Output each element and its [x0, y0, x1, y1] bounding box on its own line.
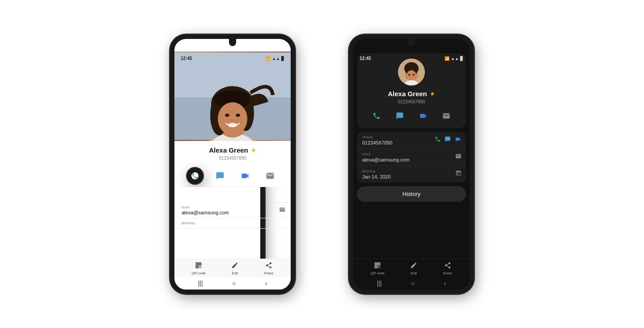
star-icon-dark: ★ — [430, 90, 435, 97]
wifi-icon-light: 📶 — [266, 56, 271, 61]
qrcode-button-dark[interactable]: QR code — [371, 262, 385, 275]
qrcode-label-dark: QR code — [371, 271, 385, 275]
svg-rect-41 — [376, 266, 377, 268]
edit-icon-dark — [410, 262, 417, 270]
share-button-light[interactable]: Share — [264, 262, 273, 275]
notch-dark — [408, 39, 415, 46]
share-icon-dark — [444, 262, 451, 270]
message-button-light[interactable] — [212, 168, 228, 184]
dark-detail-birthday: Birthday Jan 14, 2020 — [357, 166, 466, 183]
dark-contact-name: Alexa Green — [388, 90, 427, 98]
svg-rect-24 — [200, 267, 201, 268]
contact-name-light: Alexa Green — [209, 146, 248, 154]
nav-buttons-dark: ||| ○ ‹ — [353, 277, 470, 290]
dark-work-value: alexa@samsung.com — [362, 157, 461, 162]
back-icon[interactable]: ‹ — [179, 66, 188, 75]
dark-mobile-video-icon[interactable] — [454, 136, 462, 144]
dark-mobile-icons — [435, 136, 462, 144]
dark-detail-work: Work alexa@samsung.com — [357, 149, 466, 166]
dark-message-button[interactable] — [393, 109, 407, 123]
action-buttons-light — [174, 164, 291, 187]
home-nav-dark[interactable]: ○ — [411, 280, 415, 287]
more-icon[interactable]: ⋮ — [277, 66, 286, 75]
dark-video-button[interactable] — [416, 109, 430, 123]
back-nav-dark[interactable]: ‹ — [444, 280, 446, 287]
dark-email-button[interactable] — [439, 109, 453, 123]
dark-calendar-icon[interactable] — [455, 170, 462, 178]
menu-nav-light[interactable]: ||| — [198, 280, 203, 287]
svg-rect-43 — [379, 265, 380, 266]
detail-row-work-light: Work alexa@samsung.com — [174, 203, 291, 218]
share-icon-light — [265, 262, 272, 270]
nav-buttons-light: ||| ○ ‹ — [174, 277, 291, 290]
edit-label-dark: Edit — [411, 271, 417, 275]
contact-info-light: Alexa Green ★ 01234567890 — [174, 141, 291, 164]
svg-rect-44 — [378, 267, 379, 268]
battery-icon-dark: ▊ — [460, 56, 463, 61]
qrcode-label-light: QR code — [192, 271, 206, 275]
edit-label-light: Edit — [232, 271, 238, 275]
svg-rect-16 — [197, 263, 198, 264]
qrcode-icon-light — [195, 262, 202, 270]
dark-mobile-call-icon[interactable] — [435, 136, 441, 144]
edit-button-light[interactable]: Edit — [231, 262, 238, 275]
svg-rect-23 — [199, 267, 200, 268]
work-value-light: alexa@samsung.com — [182, 210, 284, 215]
phone-light: 12:45 📶 ▲▲ ▊ ‹ ⋮ — [170, 34, 295, 294]
call-button-light[interactable] — [187, 168, 203, 184]
svg-rect-37 — [376, 263, 377, 264]
share-label-dark: Share — [443, 271, 452, 275]
dark-mobile-msg-icon[interactable] — [445, 136, 451, 144]
status-icons-light: 📶 ▲▲ ▊ — [266, 56, 284, 61]
work-label-light: Work — [182, 205, 284, 209]
svg-point-14 — [231, 119, 234, 122]
svg-point-13 — [228, 123, 237, 127]
status-time-dark: 12:45 — [360, 56, 371, 61]
wifi-icon-dark: 📶 — [445, 56, 449, 61]
svg-point-32 — [413, 74, 415, 75]
svg-rect-45 — [379, 267, 380, 268]
status-bar-light: 12:45 📶 ▲▲ ▊ — [174, 51, 291, 64]
battery-icon-light: ▊ — [281, 56, 284, 61]
video-button-light[interactable] — [237, 168, 253, 184]
work-action-icons-light — [279, 206, 285, 214]
dark-birthday-icons — [455, 170, 462, 178]
svg-point-11 — [225, 114, 229, 117]
svg-point-10 — [218, 102, 247, 135]
dark-birthday-value: Jan 14, 2020 — [362, 174, 461, 179]
status-icons-dark: 📶 ▲▲ ▊ — [445, 56, 463, 61]
share-label-light: Share — [264, 271, 273, 275]
contact-number-light: 01234567890 — [219, 156, 246, 161]
dark-details-section: Mobile 01234567890 — [357, 132, 466, 183]
email-button-light[interactable] — [262, 168, 278, 184]
detail-row-birthday-light: Birthday — [174, 218, 291, 229]
svg-point-12 — [236, 114, 240, 117]
contact-name-row-light: Alexa Green ★ — [209, 146, 256, 154]
dark-contact-name-row: Alexa Green ★ — [388, 90, 435, 98]
qrcode-button-light[interactable]: QR code — [192, 262, 206, 275]
back-nav-light[interactable]: ‹ — [265, 280, 267, 287]
birthday-label-light: Birthday — [182, 221, 284, 225]
edit-button-dark[interactable]: Edit — [410, 262, 417, 275]
dark-work-icons — [455, 153, 462, 161]
contact-info-dark: Alexa Green ★ 01234567890 — [357, 53, 466, 128]
status-time-light: 12:45 — [181, 56, 192, 61]
work-email-icon-light[interactable] — [279, 206, 285, 214]
phone-dark: 12:45 📶 ▲▲ ▊ — [349, 34, 474, 294]
notch — [229, 39, 236, 46]
svg-point-31 — [408, 74, 411, 75]
dark-call-button[interactable] — [369, 109, 384, 123]
star-icon-light: ★ — [251, 147, 256, 153]
bottom-toolbar-dark: QR code Edit Share — [353, 259, 470, 277]
dark-work-email-icon[interactable] — [455, 153, 462, 161]
svg-rect-21 — [199, 265, 200, 266]
phone-screen-light: 12:45 📶 ▲▲ ▊ ‹ ⋮ — [174, 51, 291, 290]
detail-row-mobile-light: Mobile 01234567890 — [174, 187, 291, 203]
signal-icon-light: ▲▲ — [272, 56, 280, 61]
svg-rect-18 — [199, 263, 201, 264]
history-button[interactable]: History — [357, 186, 466, 202]
home-nav-light[interactable]: ○ — [232, 280, 236, 287]
menu-nav-dark[interactable]: ||| — [377, 280, 382, 287]
svg-rect-20 — [197, 266, 198, 268]
share-button-dark[interactable]: Share — [443, 262, 452, 275]
